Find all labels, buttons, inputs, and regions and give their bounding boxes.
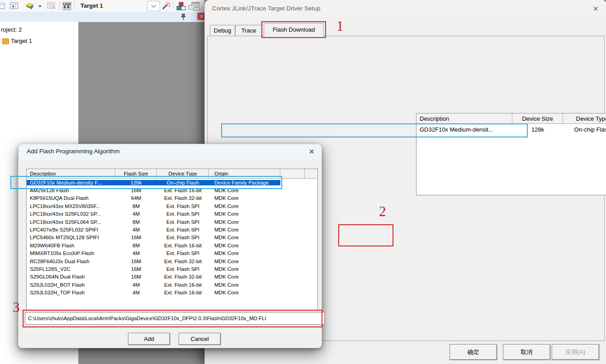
table-row[interactable]: M29W640FB Flash8MExt. Flash 16-bitMDK Co… bbox=[27, 241, 317, 249]
chevron-down-icon bbox=[151, 5, 156, 8]
table-row[interactable]: LPC407x/8x S25FL032 SPIFI4MExt. Flash SP… bbox=[27, 226, 317, 233]
table-cell: MDK Core bbox=[209, 195, 280, 201]
table-cell: S29GL064N Dual Flash bbox=[27, 274, 115, 279]
table-cell: 4M bbox=[115, 211, 157, 217]
target-dropdown-button[interactable] bbox=[147, 1, 160, 11]
table-cell: Ext. Flash 16-bit bbox=[157, 282, 209, 288]
table-cell: LPC18xx/43xx S25FL064 SP... bbox=[27, 219, 115, 225]
add-confirm-button[interactable]: Add bbox=[128, 333, 170, 345]
toolbar-separator bbox=[59, 1, 60, 10]
table-header: Description Device Size Device Type Addr… bbox=[417, 113, 606, 124]
table-cell: 16M bbox=[115, 266, 157, 272]
toolbar: LOAD Target 1 bbox=[0, 0, 204, 12]
table-cell: Ext. Flash SPI bbox=[157, 203, 209, 209]
annotation-box-selected-algorithm bbox=[221, 123, 528, 137]
annotation-box-add-button bbox=[338, 224, 393, 246]
table-row[interactable]: LPC18xx/43xx S25FL032 SP...4MExt. Flash … bbox=[27, 210, 317, 218]
table-cell: 4M bbox=[115, 227, 157, 232]
grid-clipped-icon[interactable] bbox=[0, 2, 5, 10]
load-icon[interactable]: LOAD bbox=[62, 2, 71, 10]
table-cell: MDK Core bbox=[209, 235, 280, 240]
table-cell: 16M bbox=[115, 259, 157, 264]
table-cell: LPC18xx/43xx S25FL032 SP... bbox=[27, 211, 115, 217]
col-device-size[interactable]: Device Size bbox=[512, 113, 563, 124]
table-cell: Ext. Flash SPI bbox=[157, 266, 209, 272]
annotation-number-1: 1 bbox=[336, 18, 344, 34]
table-cell: MDK Core bbox=[209, 203, 280, 209]
table-cell: On-chip Flash bbox=[563, 126, 606, 133]
add-cancel-button[interactable]: Cancel bbox=[179, 333, 221, 345]
tab-debug[interactable]: Debug bbox=[210, 25, 235, 36]
table-row[interactable]: S29JL032H_BOT Flash4MExt. Flash 16-bitMD… bbox=[27, 281, 317, 288]
table-cell: Ext. Flash SPI bbox=[157, 235, 209, 240]
blocks-icon[interactable] bbox=[176, 2, 186, 11]
table-cell: 16M bbox=[115, 274, 157, 279]
table-cell: 8M bbox=[115, 203, 157, 209]
table-row[interactable]: S29GL064N Dual Flash16MExt. Flash 32-bit… bbox=[27, 273, 317, 281]
table-row[interactable]: RC28F640J3x Dual Flash16MExt. Flash 32-b… bbox=[27, 257, 317, 265]
dialog-titlebar: Add Flash Programming Algorithm × bbox=[19, 144, 322, 160]
table-cell: S29JL032H_BOT Flash bbox=[27, 282, 115, 288]
table-cell: MDK Core bbox=[209, 227, 280, 232]
toolbar-separator bbox=[173, 1, 174, 10]
col-device-type[interactable]: Device Type bbox=[563, 113, 606, 124]
table-cell: MIMXRT105x EcoXiP Flash bbox=[27, 251, 115, 256]
target-select[interactable]: Target 1 bbox=[80, 2, 103, 9]
tab-trace[interactable]: Trace bbox=[235, 25, 262, 36]
table-cell: Ext. Flash 32-bit bbox=[157, 259, 209, 264]
table-cell: 4M bbox=[115, 290, 157, 295]
table-row[interactable]: LPC5460x MT25QL128 SPIFI16MExt. Flash SP… bbox=[27, 234, 317, 241]
table-row[interactable]: K8P5615UQA Dual Flash64MExt. Flash 32-bi… bbox=[27, 194, 317, 202]
table-cell: S29JL032H_TOP Flash bbox=[27, 290, 115, 295]
cancel-button[interactable]: 取消 bbox=[503, 344, 550, 360]
col-empty bbox=[280, 169, 305, 179]
tree-item-target[interactable]: Target 1 bbox=[11, 38, 32, 44]
table-cell: 16M bbox=[115, 235, 157, 240]
tree-item-project[interactable]: roject: 2 bbox=[1, 26, 22, 33]
col-description[interactable]: Description bbox=[417, 113, 512, 124]
screen: LOAD Target 1 x roject: 2 Target 1 Corte… bbox=[0, 0, 606, 364]
table-cell: MDK Core bbox=[209, 282, 280, 288]
pin-icon[interactable] bbox=[180, 13, 186, 20]
table-cell: 8M bbox=[115, 219, 157, 225]
table-cell: MDK Core bbox=[209, 243, 280, 248]
table-cell: LPC18xx/43xx MX25V8035F... bbox=[27, 203, 115, 209]
dialog-close-icon[interactable]: × bbox=[306, 147, 317, 157]
annotation-box-path bbox=[23, 310, 322, 327]
flash-algorithm-table-body: GD32F10x Medium-density F...128kOn-chip … bbox=[27, 179, 317, 297]
table-row[interactable]: S29JL032H_TOP Flash4MExt. Flash 16-bitMD… bbox=[27, 288, 317, 296]
ok-button[interactable]: 确定 bbox=[450, 344, 497, 360]
build-dropdown-caret-icon[interactable] bbox=[38, 2, 42, 10]
annotation-number-3: 3 bbox=[13, 299, 20, 316]
table-row[interactable]: S25FL128S_V2C16MExt. Flash SPIMDK Core bbox=[27, 265, 317, 273]
wand-icon[interactable] bbox=[161, 2, 171, 11]
table-cell: Ext. Flash SPI bbox=[157, 211, 209, 217]
table-cell: S25FL128S_V2C bbox=[27, 266, 115, 272]
table-row[interactable]: LPC18xx/43xx S25FL064 SP...8MExt. Flash … bbox=[27, 218, 317, 226]
table-cell: MDK Core bbox=[209, 211, 280, 217]
dialog-title: Add Flash Programming Algorithm bbox=[27, 148, 120, 155]
table-cell: Ext. Flash 16-bit bbox=[157, 243, 209, 248]
table-cell: Ext. Flash SPI bbox=[157, 227, 209, 232]
table-row[interactable]: LPC18xx/43xx MX25V8035F...8MExt. Flash S… bbox=[27, 202, 317, 210]
windows-stack-icon[interactable] bbox=[188, 2, 202, 11]
table-cell: Ext. Flash SPI bbox=[157, 219, 209, 225]
table-cell: MDK Core bbox=[209, 290, 280, 295]
table-row[interactable]: MIMXRT105x EcoXiP Flash4MExt. Flash SPIM… bbox=[27, 250, 317, 257]
table-cell: Ext. Flash SPI bbox=[157, 251, 209, 256]
table-cell: 8M bbox=[115, 243, 157, 248]
build-layers-icon[interactable] bbox=[25, 2, 37, 10]
table-cell: RC28F640J3x Dual Flash bbox=[27, 259, 115, 264]
annotation-number-2: 2 bbox=[379, 203, 386, 220]
table-cell: MDK Core bbox=[209, 251, 280, 256]
table-cell: Ext. Flash 32-bit bbox=[157, 195, 209, 201]
project-panel-caption: x bbox=[0, 12, 204, 22]
table-cell: Ext. Flash 32-bit bbox=[157, 274, 209, 279]
table-cell: 4M bbox=[115, 282, 157, 288]
batch-build-icon[interactable] bbox=[10, 2, 19, 10]
table-cell: Ext. Flash 16-bit bbox=[157, 290, 209, 295]
rebuild-disabled-icon bbox=[47, 2, 56, 10]
table-cell: MDK Core bbox=[209, 274, 280, 279]
dialog-close-icon[interactable]: × bbox=[590, 4, 601, 14]
table-cell: LPC5460x MT25QL128 SPIFI bbox=[27, 235, 115, 240]
